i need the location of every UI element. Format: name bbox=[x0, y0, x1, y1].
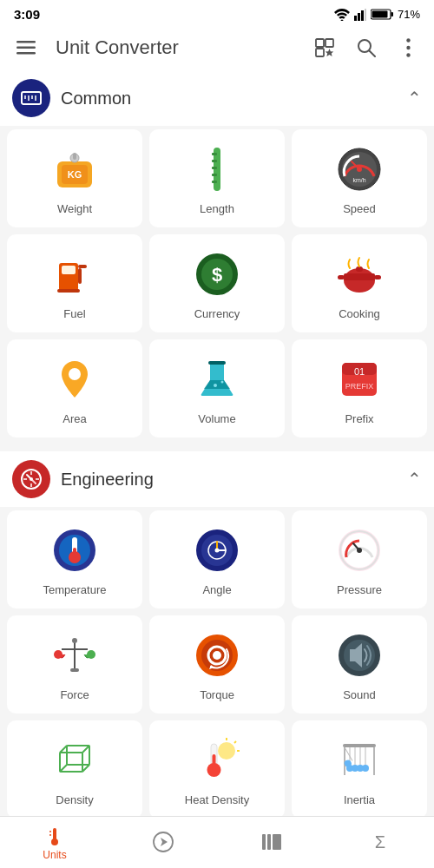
svg-rect-55 bbox=[208, 361, 226, 365]
engineering-collapse-button[interactable]: ⌃ bbox=[407, 469, 422, 490]
sum-nav-icon: Σ bbox=[369, 831, 391, 853]
heat-density-icon bbox=[193, 736, 241, 785]
units-nav-icon bbox=[43, 825, 66, 847]
svg-line-103 bbox=[82, 746, 89, 753]
temperature-item[interactable]: Temperature bbox=[7, 510, 142, 608]
svg-rect-132 bbox=[262, 834, 266, 850]
engineering-section-title: Engineering bbox=[61, 470, 407, 490]
currency-label: Currency bbox=[194, 307, 240, 320]
svg-point-69 bbox=[30, 477, 33, 481]
torque-item[interactable]: Torque bbox=[149, 615, 285, 713]
svg-point-88 bbox=[72, 638, 77, 643]
prefix-item[interactable]: 01 PREFIX Prefix bbox=[292, 339, 427, 437]
area-icon bbox=[50, 355, 99, 404]
area-item[interactable]: Area bbox=[7, 339, 142, 437]
app-bar-actions bbox=[309, 32, 424, 63]
svg-rect-11 bbox=[316, 39, 324, 47]
svg-rect-2 bbox=[358, 13, 360, 21]
svg-point-124 bbox=[362, 765, 369, 772]
cooking-icon bbox=[335, 250, 384, 299]
cooking-item[interactable]: Cooking bbox=[292, 234, 427, 332]
force-item[interactable]: Force bbox=[7, 615, 142, 713]
svg-point-90 bbox=[87, 650, 95, 659]
nav-units[interactable]: Units bbox=[25, 819, 83, 866]
svg-rect-6 bbox=[391, 12, 393, 16]
area-label: Area bbox=[62, 412, 86, 425]
svg-line-102 bbox=[60, 746, 67, 753]
svg-point-0 bbox=[340, 19, 343, 21]
more-button[interactable] bbox=[392, 32, 424, 63]
svg-rect-8 bbox=[16, 41, 36, 43]
svg-text:01: 01 bbox=[354, 366, 365, 377]
pressure-item[interactable]: Pressure bbox=[292, 510, 427, 608]
svg-point-56 bbox=[214, 384, 217, 387]
svg-rect-44 bbox=[78, 265, 87, 268]
bottom-nav: Units Σ bbox=[0, 816, 434, 868]
svg-line-16 bbox=[370, 51, 376, 57]
inertia-icon bbox=[335, 736, 384, 785]
speed-icon: km/h bbox=[335, 145, 384, 194]
svg-point-19 bbox=[406, 53, 410, 56]
engineering-icon bbox=[12, 460, 50, 498]
svg-rect-43 bbox=[78, 268, 82, 284]
density-icon bbox=[50, 736, 99, 785]
angle-label: Angle bbox=[202, 583, 231, 596]
status-icons: 71% bbox=[334, 8, 420, 21]
svg-rect-112 bbox=[213, 754, 216, 770]
svg-point-18 bbox=[406, 46, 410, 49]
svg-rect-4 bbox=[365, 9, 366, 21]
svg-rect-52 bbox=[338, 275, 345, 279]
svg-line-120 bbox=[345, 747, 352, 761]
common-section-title: Common bbox=[61, 89, 407, 108]
prefix-label: Prefix bbox=[345, 412, 373, 425]
menu-button[interactable] bbox=[10, 32, 42, 63]
svg-point-95 bbox=[213, 651, 221, 660]
svg-line-105 bbox=[60, 765, 67, 772]
inertia-item[interactable]: Inertia bbox=[292, 720, 427, 819]
common-collapse-button[interactable]: ⌃ bbox=[407, 88, 422, 108]
svg-line-104 bbox=[82, 765, 89, 772]
temperature-icon bbox=[50, 526, 99, 575]
svg-rect-74 bbox=[73, 548, 76, 558]
svg-rect-3 bbox=[361, 10, 364, 21]
svg-point-39 bbox=[357, 167, 362, 172]
battery-icon bbox=[371, 9, 393, 20]
svg-rect-10 bbox=[16, 52, 36, 55]
svg-rect-133 bbox=[267, 834, 271, 850]
svg-text:Σ: Σ bbox=[374, 832, 385, 852]
fuel-item[interactable]: Fuel bbox=[7, 234, 142, 332]
speed-item[interactable]: km/h Speed bbox=[292, 129, 427, 227]
angle-item[interactable]: Angle bbox=[149, 510, 285, 608]
currency-item[interactable]: $ Currency bbox=[149, 234, 285, 332]
density-item[interactable]: Density bbox=[7, 720, 142, 819]
svg-point-57 bbox=[221, 381, 224, 384]
svg-rect-32 bbox=[212, 160, 217, 162]
heat-density-item[interactable]: Heat Density bbox=[149, 720, 285, 819]
volume-item[interactable]: Volume bbox=[149, 339, 285, 437]
common-icon bbox=[12, 79, 50, 117]
sound-item[interactable]: Sound bbox=[292, 615, 427, 713]
nav-library[interactable] bbox=[243, 825, 300, 860]
svg-rect-29 bbox=[73, 153, 76, 160]
grid-star-button[interactable] bbox=[309, 32, 340, 63]
svg-rect-9 bbox=[16, 47, 36, 49]
svg-rect-31 bbox=[212, 153, 217, 155]
search-button[interactable] bbox=[351, 32, 382, 63]
weight-item[interactable]: KG Weight bbox=[7, 129, 142, 227]
svg-point-84 bbox=[357, 548, 362, 553]
nav-sum[interactable]: Σ bbox=[352, 825, 409, 860]
svg-point-80 bbox=[215, 549, 220, 553]
svg-marker-14 bbox=[326, 49, 333, 56]
svg-point-89 bbox=[54, 650, 62, 659]
nav-explore[interactable] bbox=[135, 825, 192, 860]
heat-density-label: Heat Density bbox=[185, 793, 249, 806]
currency-icon: $ bbox=[193, 250, 241, 299]
engineering-section-header: Engineering ⌃ bbox=[0, 451, 434, 507]
status-time: 3:09 bbox=[14, 7, 40, 22]
length-item[interactable]: Length bbox=[149, 129, 285, 227]
fuel-icon bbox=[50, 250, 99, 299]
prefix-icon: 01 PREFIX bbox=[335, 355, 384, 404]
svg-point-127 bbox=[51, 838, 58, 845]
svg-line-108 bbox=[234, 741, 236, 743]
more-icon bbox=[406, 38, 411, 57]
